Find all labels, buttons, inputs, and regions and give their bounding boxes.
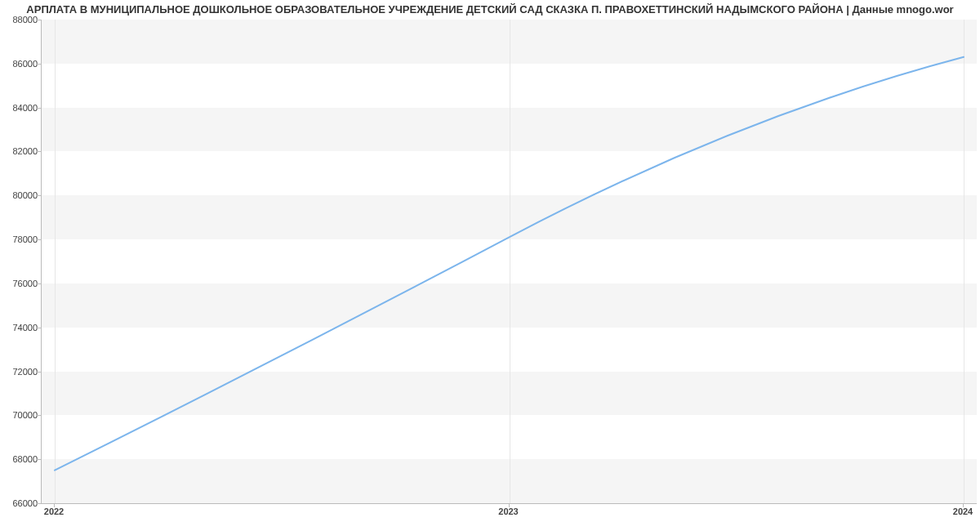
y-tick-label: 88000 — [2, 15, 38, 25]
y-tick-label: 86000 — [2, 59, 38, 69]
plot-area — [41, 20, 977, 504]
y-tick-label: 70000 — [2, 410, 38, 420]
x-tick-label: 2023 — [498, 506, 518, 516]
chart-title: АРПЛАТА В МУНИЦИПАЛЬНОЕ ДОШКОЛЬНОЕ ОБРАЗ… — [0, 3, 980, 16]
y-tick-label: 78000 — [2, 234, 38, 244]
chart-container: АРПЛАТА В МУНИЦИПАЛЬНОЕ ДОШКОЛЬНОЕ ОБРАЗ… — [0, 0, 980, 531]
line-series — [42, 20, 977, 503]
y-tick-label: 72000 — [2, 367, 38, 377]
x-tick-label: 2024 — [953, 506, 973, 516]
y-tick-label: 82000 — [2, 146, 38, 156]
y-tick-label: 74000 — [2, 323, 38, 332]
y-tick-label: 66000 — [2, 498, 38, 508]
y-tick-label: 80000 — [2, 190, 38, 200]
y-tick-label: 76000 — [2, 279, 38, 288]
y-tick-label: 68000 — [2, 454, 38, 464]
y-tick-label: 84000 — [2, 103, 38, 113]
x-tick-label: 2022 — [44, 506, 64, 516]
